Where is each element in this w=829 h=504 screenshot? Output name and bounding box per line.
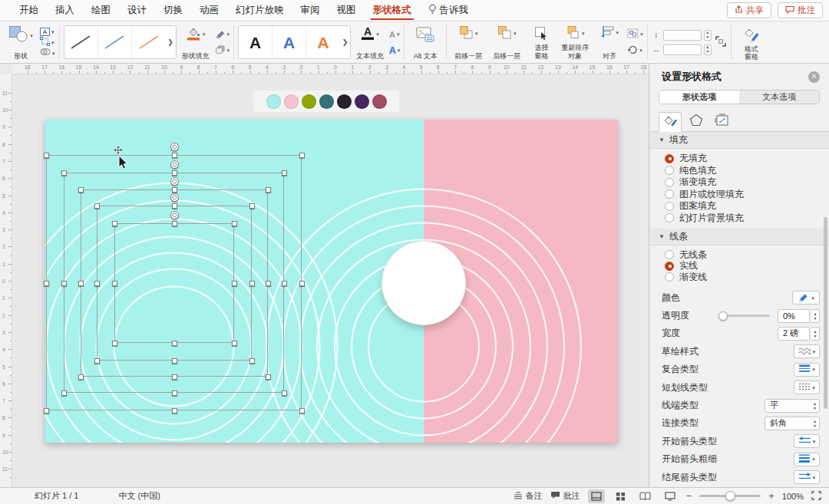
selection-handle[interactable] — [299, 153, 305, 158]
panel-scrollbar[interactable] — [824, 217, 827, 409]
selection-handle[interactable] — [266, 187, 271, 193]
radio-unselected-icon[interactable] — [665, 272, 674, 282]
transparency-stepper[interactable]: ▲▼ — [811, 309, 820, 323]
selection-handle[interactable] — [172, 358, 177, 364]
tab-shape-options[interactable]: 形状选项 — [659, 91, 739, 104]
fill-line-tab[interactable] — [659, 112, 682, 132]
palette-swatch-4[interactable] — [319, 94, 334, 109]
transparency-value-field[interactable]: 0% — [778, 309, 810, 323]
palette-swatch-1[interactable] — [266, 94, 281, 109]
menu-item-幻灯片放映[interactable]: 幻灯片放映 — [227, 0, 292, 21]
reading-view-button[interactable] — [637, 489, 654, 503]
rotate-handle[interactable] — [170, 193, 179, 202]
bring-forward-button[interactable]: ▾ 前移一层 — [449, 22, 487, 62]
crop-icon[interactable] — [715, 35, 727, 50]
rotate-handle[interactable] — [170, 211, 179, 219]
language-indicator[interactable]: 中文 (中国) — [118, 490, 160, 502]
selection-handle[interactable] — [232, 281, 237, 286]
menu-item-绘图[interactable]: 绘图 — [83, 0, 119, 21]
menu-item-插入[interactable]: 插入 — [47, 0, 83, 21]
selection-handle[interactable] — [172, 341, 177, 346]
fill-section-header[interactable]: ▼ 填充 — [649, 132, 829, 149]
transparency-slider[interactable] — [719, 315, 770, 317]
radio-unselected-icon[interactable] — [665, 189, 674, 199]
text-effects-button[interactable]: A ▾ — [389, 45, 400, 56]
selection-handle[interactable] — [299, 408, 305, 413]
line-option[interactable]: 实线 — [649, 261, 829, 272]
rotate-handle[interactable] — [170, 177, 179, 186]
fill-option[interactable]: 无填充 — [649, 153, 829, 165]
menu-item-切换[interactable]: 切换 — [155, 0, 191, 21]
radio-unselected-icon[interactable] — [665, 202, 674, 211]
selection-handle[interactable] — [78, 281, 84, 286]
group-objects-button[interactable]: ▾ — [627, 29, 643, 40]
selection-handle[interactable] — [232, 221, 237, 226]
insert-shape-button[interactable]: ▾ 形状 — [3, 22, 38, 62]
menu-item-动画[interactable]: 动画 — [191, 0, 227, 21]
zoom-slider[interactable] — [699, 495, 761, 497]
share-button[interactable]: 共享 — [727, 2, 771, 18]
zoom-in-button[interactable]: + — [768, 490, 775, 502]
width-value-field[interactable]: 2 磅 — [778, 327, 810, 341]
selection-handle[interactable] — [78, 374, 84, 380]
palette-swatch-5[interactable] — [337, 94, 352, 109]
selection-handle[interactable] — [282, 281, 287, 286]
merge-shapes-button[interactable]: ▾ — [40, 48, 55, 58]
selection-handle[interactable] — [172, 374, 177, 380]
shape-effects-button[interactable]: ▾ — [215, 45, 230, 56]
selection-handle[interactable] — [94, 281, 100, 286]
line-style-thumbnail[interactable] — [98, 26, 132, 58]
format-pane-button[interactable]: 格式窗格 — [734, 22, 769, 62]
line-section-header[interactable]: ▼ 线条 — [649, 229, 829, 245]
连接类型-select[interactable]: 斜角▲▼ — [765, 417, 820, 430]
palette-swatch-2[interactable] — [284, 94, 299, 109]
radio-selected-icon[interactable] — [665, 262, 674, 271]
text-style-thumbnail[interactable]: A — [306, 26, 340, 58]
transparency-slider-knob[interactable] — [718, 311, 728, 321]
selection-handle[interactable] — [172, 187, 177, 193]
line-style-thumbnail[interactable] — [64, 26, 98, 58]
zoom-out-button[interactable]: − — [686, 490, 692, 502]
selection-handle[interactable] — [61, 170, 67, 176]
开始箭头粗细-menu-button[interactable]: ▾ — [794, 453, 820, 466]
selection-handle[interactable] — [44, 408, 49, 413]
palette-swatch-6[interactable] — [355, 94, 369, 109]
text-style-thumbnail[interactable]: A — [239, 26, 272, 58]
selection-handle[interactable] — [232, 341, 237, 346]
selection-handle[interactable] — [172, 390, 177, 396]
radio-unselected-icon[interactable] — [665, 178, 674, 187]
fill-option[interactable]: 幻灯片背景填充 — [649, 212, 829, 225]
结尾箭头类型-menu-button[interactable]: ▾ — [794, 470, 820, 484]
selection-handle[interactable] — [44, 153, 49, 158]
selection-handle[interactable] — [172, 203, 177, 209]
gallery-more-button[interactable]: ❯ — [166, 26, 176, 58]
normal-view-button[interactable] — [588, 489, 605, 503]
size-properties-tab[interactable] — [711, 111, 734, 131]
menu-item-形状格式[interactable]: 形状格式 — [365, 0, 420, 21]
line-option[interactable]: 无线条 — [649, 249, 829, 261]
selection-handle[interactable] — [44, 281, 49, 286]
width-stepper[interactable]: ▲▼ — [704, 44, 712, 55]
rotate-handle[interactable] — [170, 143, 179, 151]
fill-option[interactable]: 图案填充 — [649, 200, 829, 212]
selection-handle[interactable] — [61, 390, 67, 396]
rotate-button[interactable]: ▾ — [627, 45, 643, 56]
notes-button[interactable]: 备注 — [514, 490, 543, 502]
text-style-thumbnail[interactable]: A — [272, 26, 306, 58]
草绘样式-menu-button[interactable]: ▾ — [794, 344, 820, 358]
radio-selected-icon[interactable] — [665, 154, 674, 163]
width-stepper[interactable]: ▲▼ — [811, 327, 820, 341]
slide-canvas[interactable]: 1817161514131211109876543210123456789101… — [0, 64, 649, 487]
复合类型-menu-button[interactable]: ▾ — [794, 363, 820, 377]
palette-swatch-7[interactable] — [372, 94, 387, 109]
zoom-slider-knob[interactable] — [725, 491, 735, 501]
shape-outline-button[interactable]: ▾ — [215, 29, 230, 40]
menu-item-开始[interactable]: 开始 — [11, 0, 47, 21]
fill-option[interactable]: 纯色填充 — [649, 165, 829, 177]
send-backward-button[interactable]: ▾ 后移一层 — [487, 22, 526, 62]
slide-sorter-view-button[interactable] — [613, 489, 629, 503]
text-fill-button[interactable]: A ▾ 文本填充 — [352, 22, 388, 62]
selection-handle[interactable] — [249, 358, 255, 364]
radio-unselected-icon[interactable] — [665, 250, 674, 259]
align-button[interactable]: ▾ 对齐 — [593, 22, 626, 62]
